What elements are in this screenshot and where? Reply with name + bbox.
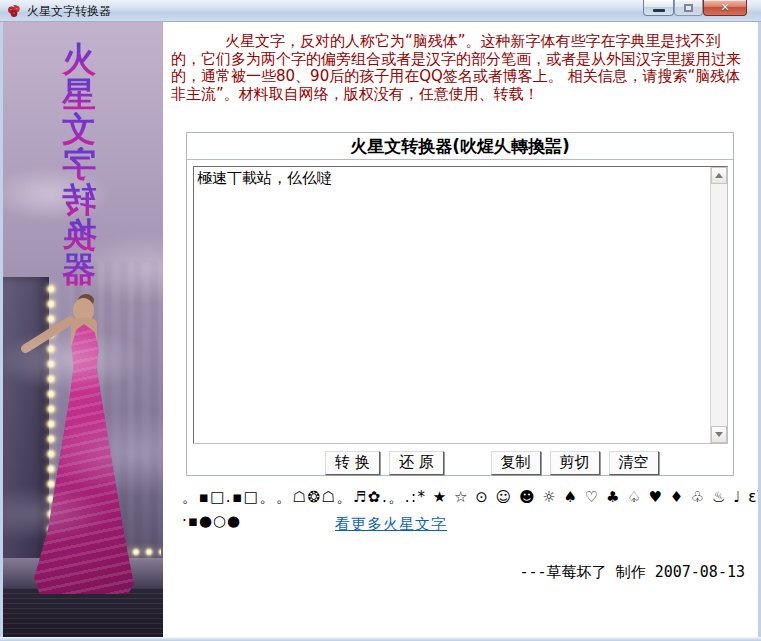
button-row: 转 换 还 原 复制 剪切 清空 <box>187 451 733 475</box>
vertical-title-char: 转 <box>53 182 105 217</box>
arrow-down-icon <box>715 432 723 437</box>
close-button[interactable]: ✕ <box>703 0 747 16</box>
window-content: 火 星 文 字 转 换 器 火星文字，反对的人称它为“脑残体”。这种新字体有些字… <box>3 22 758 637</box>
strawberry-icon <box>6 3 22 19</box>
arrow-up-icon <box>715 173 723 178</box>
restore-button[interactable]: 还 原 <box>389 451 444 475</box>
convert-button[interactable]: 转 换 <box>325 451 380 475</box>
window-frame-left <box>0 22 3 641</box>
minimize-button[interactable] <box>643 0 674 16</box>
textarea-scrollbar[interactable] <box>710 167 727 443</box>
sidebar-artwork: 火 星 文 字 转 换 器 <box>3 22 163 637</box>
window-controls: ✕ <box>643 0 747 16</box>
minimize-icon <box>653 9 665 12</box>
window-title: 火星文字转换器 <box>27 1 111 21</box>
credit-text: ---草莓坏了 制作 2007-08-13 <box>520 563 745 582</box>
dress-art <box>31 324 137 594</box>
symbol-row-1: 。▪□.▪□。。☖❂☖。♬✿.。.:* ★ ☆ ⊙ ☺ ☻ ☼ ♠ ♡ ♣ ♤ … <box>182 488 742 507</box>
intro-paragraph: 火星文字，反对的人称它为“脑残体”。这种新字体有些字在字典里是找不到的，它们多为… <box>171 33 749 103</box>
app-window: 火星文字转换器 ✕ <box>0 0 761 641</box>
more-mars-text-link[interactable]: 看更多火星文字 <box>335 515 447 534</box>
cut-button[interactable]: 剪切 <box>550 451 600 475</box>
converter-panel: 火星文转换器(吙煋乆轉換噐) 極速丅載站，仫仫噠 转 换 还 原 <box>186 132 734 476</box>
textarea-frame: 極速丅載站，仫仫噠 <box>193 166 728 444</box>
vertical-title-char: 火 <box>53 42 105 77</box>
titlebar: 火星文字转换器 ✕ <box>0 0 761 22</box>
pedestal-front-art <box>3 588 163 637</box>
window-frame-bottom <box>0 637 761 641</box>
maximize-button[interactable] <box>674 0 703 16</box>
vertical-title-char: 文 <box>53 112 105 147</box>
vertical-title-char: 字 <box>53 147 105 182</box>
close-icon: ✕ <box>720 1 729 15</box>
main-pane: 火星文字，反对的人称它为“脑残体”。这种新字体有些字在字典里是找不到的，它们多为… <box>163 22 758 637</box>
woman-in-dress-art <box>31 298 137 594</box>
vertical-title-char: 器 <box>53 252 105 287</box>
scroll-up-button[interactable] <box>711 167 727 184</box>
vertical-title-char: 换 <box>53 217 105 252</box>
copy-button[interactable]: 复制 <box>491 451 541 475</box>
vertical-app-title: 火 星 文 字 转 换 器 <box>53 42 105 287</box>
converter-title: 火星文转换器(吙煋乆轉換噐) <box>187 133 733 160</box>
scroll-down-button[interactable] <box>711 426 727 443</box>
maximize-icon <box>684 4 693 12</box>
vertical-title-char: 星 <box>53 77 105 112</box>
clear-button[interactable]: 清空 <box>609 451 659 475</box>
symbol-row-2: ·▪●○● <box>182 512 241 530</box>
input-textarea[interactable]: 極速丅載站，仫仫噠 <box>194 167 710 443</box>
